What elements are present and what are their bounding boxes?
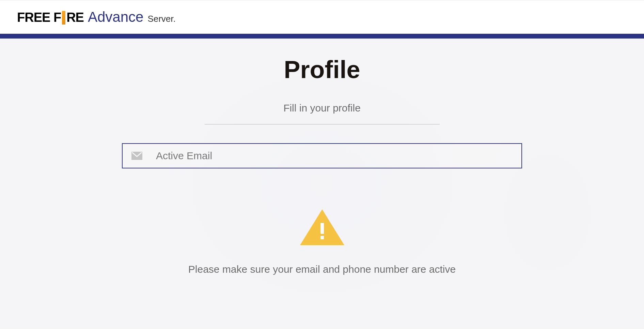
svg-rect-1 — [320, 223, 324, 234]
header: FREE F RE Advance Server. — [0, 0, 644, 34]
logo[interactable]: FREE F RE Advance Server. — [17, 9, 176, 25]
logo-server-text: Server. — [147, 14, 175, 24]
warning-message: Please make sure your email and phone nu… — [0, 264, 644, 275]
top-bar-divider — [0, 34, 644, 39]
email-field[interactable] — [156, 150, 513, 162]
logo-text-part2: RE — [66, 10, 84, 25]
svg-rect-2 — [320, 236, 324, 239]
email-input-container[interactable] — [122, 143, 522, 168]
main-content: Profile Fill in your profile Please make… — [0, 39, 644, 328]
profile-subtitle: Fill in your profile — [0, 102, 644, 114]
email-icon — [131, 152, 142, 160]
page-title: Profile — [0, 56, 644, 84]
logo-advance-text: Advance — [88, 9, 143, 25]
logo-text-part1: FREE F — [17, 10, 61, 25]
logo-flame-icon — [62, 11, 65, 25]
section-divider — [205, 124, 440, 124]
logo-freefire: FREE F RE — [17, 10, 84, 25]
warning-icon — [300, 209, 344, 245]
